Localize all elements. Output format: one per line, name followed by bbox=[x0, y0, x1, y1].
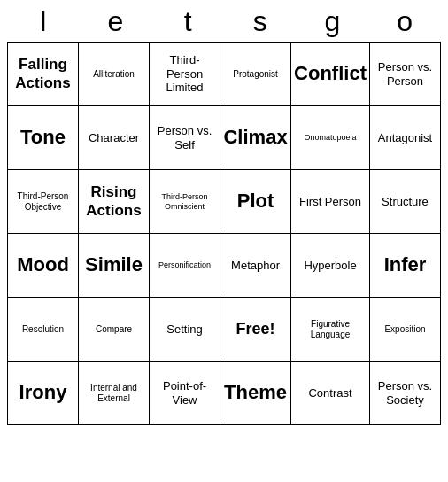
cell-text: Personification bbox=[152, 260, 217, 270]
grid-cell: Point-of-View bbox=[150, 362, 220, 425]
cell-text: Tone bbox=[11, 126, 75, 149]
cell-text: Rising Actions bbox=[81, 183, 146, 220]
header-letter: o bbox=[370, 5, 439, 38]
grid-cell: Plot bbox=[220, 170, 291, 234]
grid-cell: Third-Person Omniscient bbox=[150, 170, 220, 234]
cell-text: Internal and External bbox=[81, 383, 146, 404]
cell-text: Irony bbox=[11, 381, 75, 404]
cell-text: Falling Actions bbox=[11, 56, 75, 92]
grid-cell: Hyperbole bbox=[291, 234, 370, 298]
grid-cell: Character bbox=[79, 106, 150, 170]
grid-cell: Third-Person Objective bbox=[8, 170, 79, 234]
cell-text: Hyperbole bbox=[294, 259, 367, 273]
cell-text: Contrast bbox=[294, 386, 367, 400]
header-letter: l bbox=[9, 5, 78, 38]
cell-text: Metaphor bbox=[223, 259, 288, 273]
grid-cell: Simile bbox=[79, 234, 150, 298]
grid-cell: Onomatopoeia bbox=[291, 106, 370, 170]
cell-text: Person vs. Self bbox=[152, 124, 217, 152]
grid-cell: Compare bbox=[79, 298, 150, 362]
grid-cell: First Person bbox=[291, 170, 370, 234]
grid-cell: Exposition bbox=[370, 298, 441, 362]
grid-cell: Structure bbox=[370, 170, 441, 234]
cell-text: Structure bbox=[373, 195, 437, 209]
cell-text: Alliteration bbox=[81, 69, 146, 80]
grid-cell: Infer bbox=[370, 234, 441, 298]
grid-cell: Mood bbox=[8, 234, 79, 298]
grid-cell: Climax bbox=[220, 106, 291, 170]
cell-text: Figurative Language bbox=[294, 319, 367, 340]
cell-text: Third-Person Limited bbox=[152, 53, 217, 95]
cell-text: Climax bbox=[223, 126, 288, 149]
grid-cell: Conflict bbox=[291, 43, 370, 106]
grid-cell: Third-Person Limited bbox=[150, 43, 220, 106]
grid-cell: Setting bbox=[150, 298, 220, 362]
grid-cell: Personification bbox=[150, 234, 220, 298]
bingo-header: letsgo bbox=[7, 0, 441, 42]
grid-cell: Metaphor bbox=[220, 234, 291, 298]
grid-cell: Protagonist bbox=[220, 43, 291, 106]
header-letter: e bbox=[81, 5, 150, 38]
cell-text: Third-Person Omniscient bbox=[152, 192, 217, 212]
cell-text: Theme bbox=[223, 381, 288, 404]
grid-cell: Person vs. Society bbox=[370, 362, 441, 425]
cell-text: Antagonist bbox=[373, 131, 437, 145]
cell-text: Conflict bbox=[294, 62, 367, 85]
grid-cell: Internal and External bbox=[79, 362, 150, 425]
cell-text: Resolution bbox=[11, 324, 75, 335]
cell-text: Third-Person Objective bbox=[11, 191, 75, 213]
cell-text: Character bbox=[81, 131, 146, 145]
grid-cell: Falling Actions bbox=[8, 43, 79, 106]
cell-text: Person vs. Person bbox=[373, 60, 437, 88]
grid-cell: Rising Actions bbox=[79, 170, 150, 234]
cell-text: Setting bbox=[152, 323, 217, 337]
grid-cell: Person vs. Person bbox=[370, 43, 441, 106]
cell-text: Person vs. Society bbox=[373, 379, 437, 407]
grid-cell: Free! bbox=[220, 298, 291, 362]
header-letter: g bbox=[297, 5, 367, 38]
cell-text: Exposition bbox=[373, 324, 437, 335]
grid-cell: Tone bbox=[8, 106, 79, 170]
cell-text: First Person bbox=[294, 195, 367, 209]
grid-cell: Theme bbox=[220, 362, 291, 425]
cell-text: Plot bbox=[223, 190, 288, 213]
grid-cell: Contrast bbox=[291, 362, 370, 425]
cell-text: Compare bbox=[81, 324, 146, 335]
grid-cell: Irony bbox=[8, 362, 79, 425]
cell-text: Mood bbox=[11, 253, 75, 276]
cell-text: Point-of-View bbox=[152, 379, 217, 407]
cell-text: Simile bbox=[81, 253, 146, 276]
header-letter: s bbox=[226, 5, 295, 38]
bingo-grid: Falling ActionsAlliterationThird-Person … bbox=[7, 42, 441, 425]
grid-cell: Figurative Language bbox=[291, 298, 370, 362]
grid-cell: Person vs. Self bbox=[150, 106, 220, 170]
cell-text: Onomatopoeia bbox=[294, 133, 367, 143]
cell-text: Free! bbox=[223, 320, 288, 339]
grid-cell: Antagonist bbox=[370, 106, 441, 170]
header-letter: t bbox=[153, 5, 222, 38]
cell-text: Infer bbox=[373, 253, 437, 276]
cell-text: Protagonist bbox=[223, 69, 288, 80]
grid-cell: Alliteration bbox=[79, 43, 150, 106]
grid-cell: Resolution bbox=[8, 298, 79, 362]
